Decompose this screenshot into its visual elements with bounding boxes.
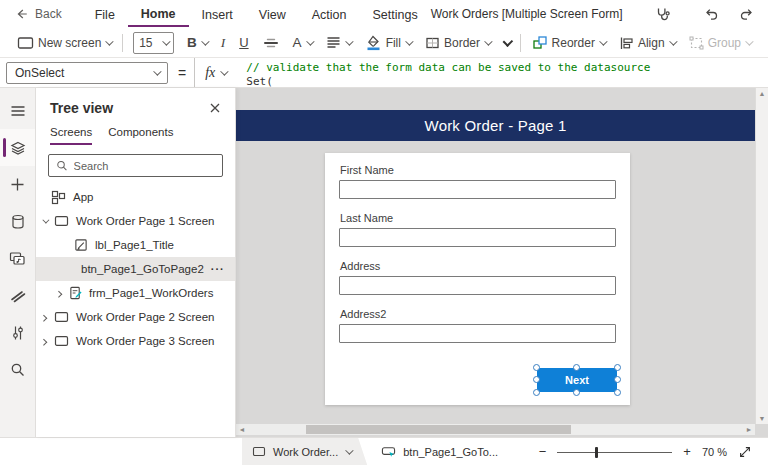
rail-tree-view-button[interactable] [0, 129, 35, 166]
search-input[interactable] [74, 160, 215, 172]
close-icon[interactable] [209, 102, 221, 114]
zoom-slider[interactable] [557, 446, 672, 458]
chevron-down-icon[interactable] [42, 216, 49, 223]
design-canvas[interactable]: Work Order - Page 1 First Name Last Name… [236, 88, 768, 437]
selection-handle[interactable] [614, 364, 621, 371]
selection-handle[interactable] [573, 389, 580, 396]
underline-button[interactable]: U [232, 31, 255, 55]
chevron-right-icon[interactable] [40, 338, 47, 345]
tree-item-screen1[interactable]: Work Order Page 1 Screen [36, 209, 235, 233]
tab-components[interactable]: Components [108, 126, 173, 145]
app-title: Work Orders [Multiple Screen Form] [431, 7, 623, 21]
tree-item-form-control[interactable]: frm_Page1_WorkOrders [36, 281, 235, 305]
font-color-button[interactable]: A [286, 31, 319, 55]
rail-search-button[interactable] [0, 351, 35, 388]
screen-title-bar[interactable]: Work Order - Page 1 [236, 110, 755, 141]
hamburger-icon [10, 105, 26, 117]
screen-icon [54, 335, 69, 347]
border-button[interactable]: Border [418, 31, 497, 55]
field-label: Address [339, 247, 616, 276]
tree-item-button-control[interactable]: btn_Page1_GoToPage2 ··· [36, 257, 235, 281]
scroll-right-arrow-icon[interactable]: ► [743, 426, 755, 433]
divider [122, 34, 123, 52]
form-control-icon [69, 286, 82, 300]
rail-data-button[interactable] [0, 203, 35, 240]
search-icon [56, 159, 68, 172]
tab-screens[interactable]: Screens [50, 126, 92, 145]
screen-selector-label: Work Order... [273, 446, 338, 458]
formula-input[interactable]: // validate that the form data can be sa… [236, 58, 768, 87]
italic-glyph: I [221, 35, 226, 51]
redo-icon[interactable] [739, 6, 755, 22]
menu-action[interactable]: Action [299, 2, 360, 26]
selection-handle[interactable] [533, 389, 540, 396]
zoom-out-button[interactable]: − [539, 444, 547, 459]
menu-settings[interactable]: Settings [359, 2, 430, 26]
font-size-select[interactable]: 15 [133, 32, 174, 54]
strikethrough-button[interactable] [256, 31, 286, 55]
scroll-up-arrow-icon[interactable]: ▲ [759, 90, 766, 97]
fx-button[interactable]: fx [194, 58, 236, 87]
zoom-in-button[interactable]: + [683, 444, 691, 459]
item-overflow-menu[interactable]: ··· [211, 263, 231, 275]
screen-title-label: Work Order - Page 1 [425, 117, 567, 134]
new-screen-button[interactable]: New screen [10, 31, 118, 55]
tree-item-app[interactable]: App [36, 185, 235, 209]
scroll-left-arrow-icon[interactable]: ◄ [236, 426, 248, 433]
selected-control-tab[interactable]: btn_Page1_GoTo... [367, 438, 512, 465]
rail-advanced-tools-button[interactable] [0, 314, 35, 351]
hamburger-menu-button[interactable] [0, 92, 35, 129]
chevron-right-icon[interactable] [40, 314, 47, 321]
tree-view-layers-icon [10, 140, 26, 156]
horizontal-scrollbar[interactable]: ◄ ► [236, 424, 755, 435]
selection-handle[interactable] [533, 364, 540, 371]
selection-handle[interactable] [533, 376, 540, 383]
fill-button[interactable]: Fill [358, 31, 418, 55]
italic-button[interactable]: I [214, 31, 233, 55]
tree-item-screen2[interactable]: Work Order Page 2 Screen [36, 305, 235, 329]
database-icon [11, 214, 25, 230]
last-name-input[interactable] [339, 228, 616, 247]
chevron-down-icon [669, 37, 677, 45]
next-button[interactable]: Next [537, 368, 617, 392]
fill-bucket-icon [365, 35, 382, 51]
tree-search-box[interactable] [48, 154, 223, 177]
undo-icon[interactable] [703, 6, 719, 22]
work-order-form[interactable]: First Name Last Name Address Address2 Ne… [325, 153, 630, 405]
back-button[interactable]: Back [14, 7, 62, 21]
fx-label: fx [205, 65, 215, 81]
address-input[interactable] [339, 276, 616, 295]
selection-handle[interactable] [573, 364, 580, 371]
property-selector[interactable]: OnSelect [6, 62, 168, 84]
menu-home[interactable]: Home [128, 1, 189, 27]
screen-icon [17, 36, 34, 50]
text-align-button[interactable] [319, 31, 358, 55]
vertical-scrollbar[interactable]: ▲ ▼ [755, 88, 768, 424]
menu-file[interactable]: File [82, 2, 128, 26]
bold-button[interactable]: B [180, 31, 214, 55]
tree-item-label: Work Order Page 2 Screen [76, 311, 215, 323]
address2-input[interactable] [339, 324, 616, 343]
tree-item-label-control[interactable]: lbl_Page1_Title [36, 233, 235, 257]
more-formatting-chevron-icon[interactable] [503, 36, 513, 46]
first-name-input[interactable] [339, 180, 616, 199]
app-checker-icon[interactable] [654, 6, 671, 22]
selection-handle[interactable] [614, 389, 621, 396]
selection-handle[interactable] [614, 376, 621, 383]
zoom-slider-track [557, 452, 672, 453]
rail-media-button[interactable] [0, 240, 35, 277]
tree-item-screen3[interactable]: Work Order Page 3 Screen [36, 329, 235, 353]
fit-to-window-icon[interactable] [738, 445, 752, 459]
align-button[interactable]: Align [612, 31, 682, 55]
screen-selector-tab[interactable]: Work Order... [242, 438, 367, 465]
menu-view[interactable]: View [246, 2, 299, 26]
zoom-slider-handle[interactable] [595, 447, 598, 458]
reorder-button[interactable]: Reorder [525, 31, 612, 55]
rail-power-automate-button[interactable] [0, 277, 35, 314]
scroll-down-arrow-icon[interactable]: ▼ [759, 415, 766, 422]
scrollbar-thumb[interactable] [306, 425, 571, 434]
chevron-right-icon[interactable] [55, 290, 62, 297]
back-arrow-icon [14, 7, 29, 21]
menu-insert[interactable]: Insert [189, 2, 246, 26]
rail-insert-button[interactable] [0, 166, 35, 203]
